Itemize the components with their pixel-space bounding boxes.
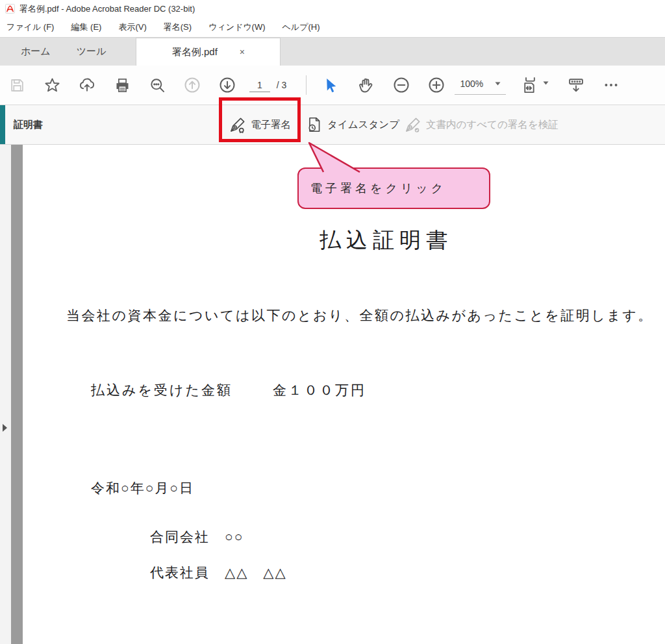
pen-check-icon bbox=[404, 116, 421, 134]
window-title: 署名例.pdf - Adobe Acrobat Reader DC (32-bi… bbox=[19, 3, 195, 15]
toolbar-separator bbox=[306, 75, 307, 95]
highlight-rectangle bbox=[219, 97, 301, 142]
zoom-level-dropdown[interactable]: 100% bbox=[455, 76, 506, 95]
page-count-label: / 3 bbox=[277, 80, 287, 90]
zoom-out-icon[interactable] bbox=[392, 76, 410, 94]
zoom-level-value: 100% bbox=[460, 79, 483, 89]
menu-sign[interactable]: 署名(S) bbox=[164, 21, 192, 33]
page-number-input[interactable]: 1 bbox=[249, 79, 270, 92]
tab-close-icon[interactable]: × bbox=[240, 47, 245, 56]
menu-view[interactable]: 表示(V) bbox=[118, 21, 146, 33]
menu-edit[interactable]: 編集 (E) bbox=[71, 21, 101, 33]
callout-text: 電子署名をクリック bbox=[310, 180, 446, 196]
hand-tool-icon[interactable] bbox=[357, 76, 375, 94]
select-tool-icon[interactable] bbox=[322, 76, 340, 94]
tab-document-label: 署名例.pdf bbox=[172, 46, 218, 58]
cloud-upload-icon[interactable] bbox=[78, 76, 96, 94]
navigation-pane-collapsed[interactable] bbox=[0, 145, 11, 644]
pdf-company-line: 合同会社 ○○ bbox=[150, 528, 244, 546]
document-clock-icon bbox=[306, 116, 323, 133]
main-toolbar: 1 / 3 100% bbox=[0, 66, 665, 105]
certificate-toolbar: 証明書 電子署名 タイムスタンプ bbox=[0, 105, 665, 145]
menu-window[interactable]: ウィンドウ(W) bbox=[208, 21, 265, 33]
fit-width-dropdown[interactable] bbox=[520, 76, 550, 94]
menu-file[interactable]: ファイル (F) bbox=[6, 21, 54, 33]
timestamp-button[interactable]: タイムスタンプ bbox=[306, 105, 399, 144]
callout-tail bbox=[294, 142, 378, 173]
zoom-in-icon[interactable] bbox=[427, 76, 445, 94]
chevron-down-icon bbox=[495, 82, 501, 86]
expand-panel-icon[interactable] bbox=[3, 424, 7, 432]
acrobat-logo-icon bbox=[5, 4, 15, 14]
search-icon[interactable] bbox=[148, 76, 166, 94]
pdf-date-line: 令和○年○月○日 bbox=[91, 479, 194, 497]
star-bookmark-icon[interactable] bbox=[43, 76, 61, 94]
document-view: 払込証明書 当会社の資本金については以下のとおり、全額の払込みがあったことを証明… bbox=[0, 145, 665, 644]
more-tools-icon[interactable] bbox=[602, 76, 620, 94]
page-scrolling-icon[interactable] bbox=[567, 76, 585, 94]
certificate-accent-bar bbox=[0, 105, 5, 144]
menu-bar: ファイル (F) 編集 (E) 表示(V) 署名(S) ウィンドウ(W) ヘルプ… bbox=[0, 18, 665, 37]
pdf-amount-label: 払込みを受けた金額 bbox=[91, 382, 232, 398]
acrobat-reader-window: 署名例.pdf - Adobe Acrobat Reader DC (32-bi… bbox=[0, 0, 665, 644]
pdf-body-line: 当会社の資本金については以下のとおり、全額の払込みがあったことを証明します。 bbox=[66, 306, 653, 325]
menu-help[interactable]: ヘルプ(H) bbox=[282, 21, 320, 33]
tab-home[interactable]: ホーム bbox=[10, 38, 61, 66]
validate-signatures-label: 文書内のすべての署名を検証 bbox=[426, 118, 558, 132]
previous-page-icon[interactable] bbox=[183, 76, 201, 94]
tab-document[interactable]: 署名例.pdf × bbox=[136, 38, 281, 66]
save-icon[interactable] bbox=[8, 76, 26, 94]
pdf-representative-line: 代表社員 △△ △△ bbox=[150, 564, 287, 582]
timestamp-label: タイムスタンプ bbox=[327, 118, 399, 132]
pdf-amount-value: 金１００万円 bbox=[273, 382, 366, 398]
pdf-title: 払込証明書 bbox=[320, 226, 453, 255]
tab-tools[interactable]: ツール bbox=[66, 38, 117, 66]
callout-bubble: 電子署名をクリック bbox=[297, 167, 490, 209]
print-icon[interactable] bbox=[113, 76, 131, 94]
chevron-down-icon bbox=[543, 81, 549, 85]
pdf-amount-line: 払込みを受けた金額金１００万円 bbox=[91, 381, 366, 399]
tab-bar: ホーム ツール 署名例.pdf × bbox=[0, 37, 665, 66]
validate-signatures-button: 文書内のすべての署名を検証 bbox=[404, 105, 558, 144]
title-bar: 署名例.pdf - Adobe Acrobat Reader DC (32-bi… bbox=[0, 0, 665, 18]
next-page-icon[interactable] bbox=[218, 76, 236, 94]
page-number-control: 1 / 3 bbox=[249, 79, 286, 92]
certificate-toolbar-label: 証明書 bbox=[14, 119, 43, 131]
document-background-strip bbox=[11, 145, 23, 644]
